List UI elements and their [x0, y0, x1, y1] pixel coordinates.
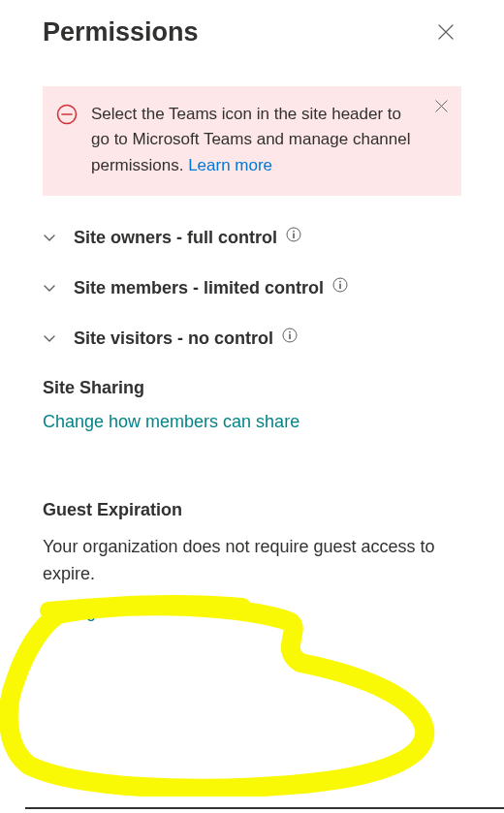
alert-dismiss-icon[interactable]	[435, 100, 448, 115]
svg-rect-7	[339, 284, 341, 289]
guest-expiration-body: Your organization does not require guest…	[43, 534, 461, 588]
error-circle-icon	[56, 104, 78, 125]
close-icon[interactable]	[430, 19, 461, 47]
info-icon[interactable]	[286, 227, 301, 242]
group-label: Site owners - full control	[74, 228, 277, 247]
group-label: Site members - limited control	[74, 278, 324, 297]
alert-learn-more-link[interactable]: Learn more	[188, 156, 272, 174]
site-sharing-heading: Site Sharing	[43, 378, 461, 398]
highlight-annotation	[0, 593, 436, 797]
guest-expiration-manage-link[interactable]: Manage	[43, 602, 106, 622]
group-site-visitors[interactable]: Site visitors - no control	[43, 328, 461, 349]
chevron-down-icon	[43, 231, 56, 244]
panel-title: Permissions	[43, 17, 199, 47]
change-sharing-link[interactable]: Change how members can share	[43, 412, 299, 432]
site-sharing-section: Site Sharing Change how members can shar…	[43, 378, 461, 432]
group-site-members[interactable]: Site members - limited control	[43, 277, 461, 298]
svg-point-9	[289, 331, 291, 333]
chevron-down-icon	[43, 331, 56, 345]
alert-text: Select the Teams icon in the site header…	[91, 102, 448, 178]
svg-rect-10	[289, 334, 291, 339]
info-icon[interactable]	[332, 277, 348, 293]
group-label: Site visitors - no control	[74, 328, 273, 348]
svg-point-6	[339, 281, 341, 283]
svg-rect-4	[293, 234, 295, 238]
chevron-down-icon	[43, 281, 56, 295]
svg-point-3	[293, 231, 295, 233]
guest-expiration-section: Guest Expiration Your organization does …	[43, 500, 461, 622]
guest-expiration-heading: Guest Expiration	[43, 500, 461, 520]
info-icon[interactable]	[282, 328, 298, 343]
teams-alert: Select the Teams icon in the site header…	[43, 86, 461, 196]
group-site-owners[interactable]: Site owners - full control	[43, 227, 461, 248]
bottom-divider	[25, 807, 504, 809]
